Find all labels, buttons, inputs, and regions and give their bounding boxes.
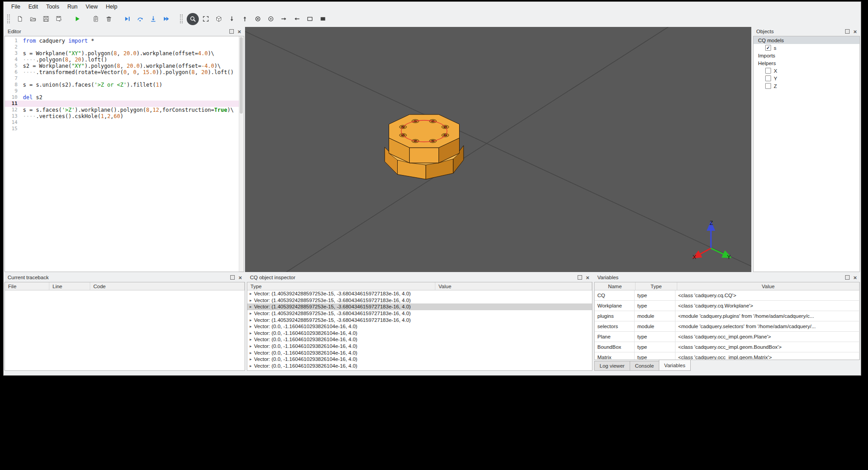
open-file-icon[interactable]	[27, 13, 39, 25]
expand-arrow-icon[interactable]: ▸	[247, 370, 254, 371]
save-as-icon[interactable]	[53, 13, 65, 25]
continue-icon[interactable]	[160, 13, 172, 25]
inspector-table-header[interactable]: TypeValue	[247, 282, 592, 290]
expand-arrow-icon[interactable]: ▸	[247, 364, 254, 368]
inspector-row[interactable]: ▸Vector: (1.4053924288597253e-15, -3.680…	[247, 310, 592, 317]
expand-arrow-icon[interactable]: ▸	[247, 298, 254, 303]
inspector-row[interactable]: ▸Vector: (0.0, -1.1604610293826104e-16, …	[247, 343, 592, 350]
expand-arrow-icon[interactable]: ▸	[247, 324, 254, 329]
menu-view[interactable]: View	[82, 3, 102, 11]
expand-arrow-icon[interactable]: ▸	[247, 331, 254, 335]
viewport-3d-canvas[interactable]: Z X Y	[245, 27, 751, 272]
inspector-row[interactable]: ▸Vector: (0.0, -1.1604610293826104e-16, …	[247, 349, 592, 356]
expand-arrow-icon[interactable]: ▸	[247, 311, 254, 316]
variable-row[interactable]: selectorsmodule<module 'cadquery.selecto…	[595, 321, 859, 332]
fit-view-icon[interactable]	[200, 13, 212, 25]
view-left-icon[interactable]	[291, 13, 303, 25]
unchecked-checkbox[interactable]	[765, 68, 771, 74]
float-panel-icon[interactable]	[229, 29, 234, 34]
inspector-row[interactable]: ▸Vector: (0.0, -1.1604610293826104e-16, …	[247, 330, 592, 337]
close-panel-icon[interactable]: ×	[853, 29, 857, 35]
inspector-row[interactable]: ▸Vector: (1.4053924288597253e-15, -3.680…	[247, 297, 592, 304]
variable-row[interactable]: BoundBoxtype<class 'cadquery.occ_impl.ge…	[595, 342, 859, 352]
close-panel-icon[interactable]: ×	[853, 275, 857, 281]
iso-view-icon[interactable]	[213, 13, 225, 25]
traceback-column-file[interactable]: File	[5, 282, 49, 290]
save-icon[interactable]	[40, 13, 52, 25]
variables-panel-titlebar[interactable]: Variables ×	[594, 273, 860, 282]
render-icon[interactable]	[71, 13, 83, 25]
variable-row[interactable]: CQtype<class 'cadquery.cq.CQ'>	[595, 290, 859, 301]
shaded-icon[interactable]	[317, 13, 329, 25]
inspector-column-type[interactable]: Type	[247, 282, 435, 290]
view-front-icon[interactable]	[252, 13, 264, 25]
clipboard-icon[interactable]	[90, 13, 102, 25]
expand-arrow-icon[interactable]: ▸	[247, 304, 254, 309]
inspector-row[interactable]: ▸Vector: (0.0, -1.1604610293826104e-16, …	[247, 369, 592, 371]
close-panel-icon[interactable]: ×	[586, 275, 589, 281]
variable-row[interactable]: Workplanetype<class 'cadquery.cq.Workpla…	[595, 301, 859, 311]
step-into-icon[interactable]	[147, 13, 159, 25]
inspector-row[interactable]: ▸Vector: (1.4053924288597253e-15, -3.680…	[247, 316, 592, 323]
toolbar-handle[interactable]	[180, 14, 183, 23]
delete-icon[interactable]	[103, 13, 115, 25]
tree-item-s[interactable]: ✓s	[754, 44, 859, 52]
float-panel-icon[interactable]	[845, 29, 850, 34]
menu-tools[interactable]: Tools	[42, 3, 63, 11]
expand-arrow-icon[interactable]: ▸	[247, 357, 254, 361]
tab-log-viewer[interactable]: Log viewer	[594, 361, 630, 371]
close-panel-icon[interactable]: ×	[237, 29, 241, 35]
inspector-row[interactable]: ▸Vector: (0.0, -1.1604610293826104e-16, …	[247, 356, 592, 363]
view-bottom-icon[interactable]	[226, 13, 238, 25]
inspector-row[interactable]: ▸Vector: (0.0, -1.1604610293826104e-16, …	[247, 363, 592, 369]
checked-checkbox[interactable]: ✓	[765, 45, 771, 51]
expand-arrow-icon[interactable]: ▸	[247, 344, 254, 348]
unchecked-checkbox[interactable]	[765, 83, 771, 89]
float-panel-icon[interactable]	[578, 275, 582, 280]
variable-row[interactable]: pluginsmodule<module 'cadquery.plugins' …	[595, 311, 859, 321]
menu-run[interactable]: Run	[63, 3, 82, 11]
unchecked-checkbox[interactable]	[765, 75, 771, 81]
traceback-column-line[interactable]: Line	[49, 282, 90, 290]
expand-arrow-icon[interactable]: ▸	[247, 337, 254, 342]
inspector-panel-titlebar[interactable]: CQ object inspector ×	[247, 273, 592, 282]
tab-variables[interactable]: Variables	[659, 360, 691, 371]
editor-panel-titlebar[interactable]: Editor ×	[4, 27, 244, 36]
tree-item-helpers[interactable]: Helpers	[754, 59, 859, 67]
inspector-row[interactable]: ▸Vector: (1.4053924288597253e-15, -3.680…	[247, 303, 592, 310]
close-panel-icon[interactable]: ×	[238, 275, 242, 281]
tree-item-x[interactable]: X	[754, 67, 859, 75]
variable-row[interactable]: Matrixtype<class 'cadquery.occ_impl.geom…	[595, 352, 859, 360]
inspector-row[interactable]: ▸Vector: (0.0, -1.1604610293826104e-16, …	[247, 323, 592, 330]
inspector-column-value[interactable]: Value	[435, 282, 592, 290]
tree-item-z[interactable]: Z	[754, 82, 859, 90]
expand-arrow-icon[interactable]: ▸	[247, 291, 254, 296]
menu-file[interactable]: File	[7, 3, 24, 11]
wireframe-icon[interactable]	[304, 13, 316, 25]
debug-run-icon[interactable]	[121, 13, 133, 25]
editor-scrollbar[interactable]	[239, 36, 244, 272]
toolbar-handle[interactable]	[7, 14, 10, 23]
variables-table-header[interactable]: NameTypeValue	[595, 282, 859, 290]
menu-edit[interactable]: Edit	[24, 3, 42, 11]
tree-item-cq-models[interactable]: CQ models	[754, 36, 859, 44]
traceback-panel-titlebar[interactable]: Current traceback ×	[4, 273, 245, 282]
code-editor[interactable]: 1from cadquery import *23s = Workplane("…	[5, 36, 239, 272]
expand-arrow-icon[interactable]: ▸	[247, 351, 254, 355]
inspector-row[interactable]: ▸Vector: (1.4053924288597253e-15, -3.680…	[247, 290, 592, 297]
editor-scrollbar-thumb[interactable]	[240, 37, 243, 114]
tab-console[interactable]: Console	[630, 361, 659, 371]
variables-column-value[interactable]: Value	[677, 282, 859, 290]
zoom-icon[interactable]	[187, 13, 199, 25]
variable-row[interactable]: Planetype<class 'cadquery.occ_impl.geom.…	[595, 332, 859, 342]
variables-column-name[interactable]: Name	[595, 282, 636, 290]
expand-arrow-icon[interactable]: ▸	[247, 318, 254, 322]
objects-panel-titlebar[interactable]: Objects ×	[753, 27, 860, 36]
view-top-icon[interactable]	[239, 13, 251, 25]
variables-column-type[interactable]: Type	[636, 282, 677, 290]
view-right-icon[interactable]	[278, 13, 290, 25]
view-back-icon[interactable]	[265, 13, 277, 25]
float-panel-icon[interactable]	[230, 275, 235, 280]
menu-help[interactable]: Help	[102, 3, 122, 11]
traceback-table-header[interactable]: FileLineCode	[5, 282, 245, 290]
